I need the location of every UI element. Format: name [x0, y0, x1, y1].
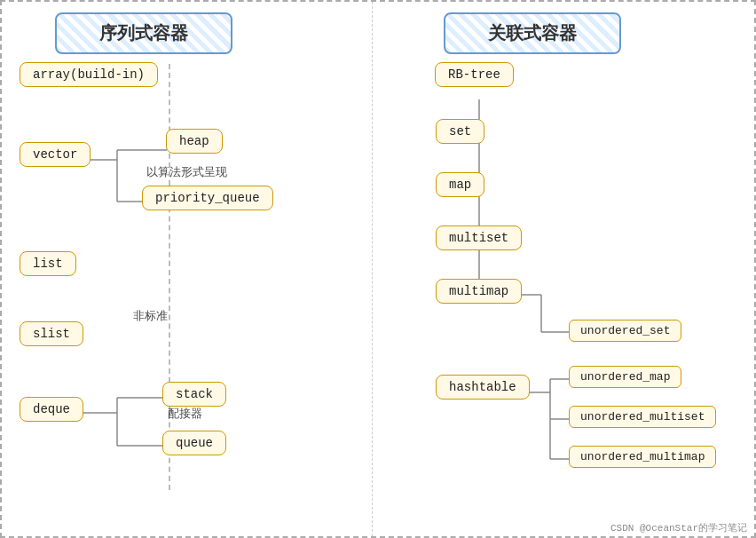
node-hashtable: hashtable: [436, 375, 530, 400]
dashed-vertical-line: [169, 64, 170, 490]
node-unordered-multiset: unordered_multiset: [569, 406, 716, 428]
label-adapter: 配接器: [168, 406, 202, 422]
left-section: 序列式容器 array(build-in) vector heap: [2, 2, 373, 536]
node-priority-queue: priority_queue: [142, 186, 273, 210]
node-unordered-map: unordered_map: [569, 366, 681, 388]
node-multiset: multiset: [436, 225, 522, 250]
node-multimap: multimap: [436, 279, 522, 304]
left-title: 序列式容器: [55, 12, 232, 54]
node-stack: stack: [162, 382, 226, 407]
node-unordered-set: unordered_set: [569, 320, 681, 342]
label-nonstandard: 非标准: [133, 308, 168, 324]
node-heap: heap: [166, 129, 223, 154]
node-map: map: [436, 172, 484, 197]
label-algorithm: 以算法形式呈现: [146, 164, 227, 180]
node-set: set: [436, 119, 484, 144]
node-unordered-multimap: unordered_multimap: [569, 446, 716, 468]
node-rbtree: RB-tree: [435, 62, 514, 87]
watermark: CSDN @OceanStar的学习笔记: [610, 521, 747, 534]
main-container: 序列式容器 array(build-in) vector heap: [0, 0, 756, 538]
node-slist: slist: [20, 321, 83, 346]
node-queue: queue: [162, 431, 226, 455]
node-list: list: [20, 251, 76, 276]
node-deque: deque: [20, 397, 83, 422]
node-vector: vector: [20, 142, 91, 167]
right-title: 关联式容器: [444, 12, 621, 54]
right-section: 关联式容器 RB-tree set m: [373, 2, 754, 536]
node-array: array(build-in): [20, 62, 158, 87]
